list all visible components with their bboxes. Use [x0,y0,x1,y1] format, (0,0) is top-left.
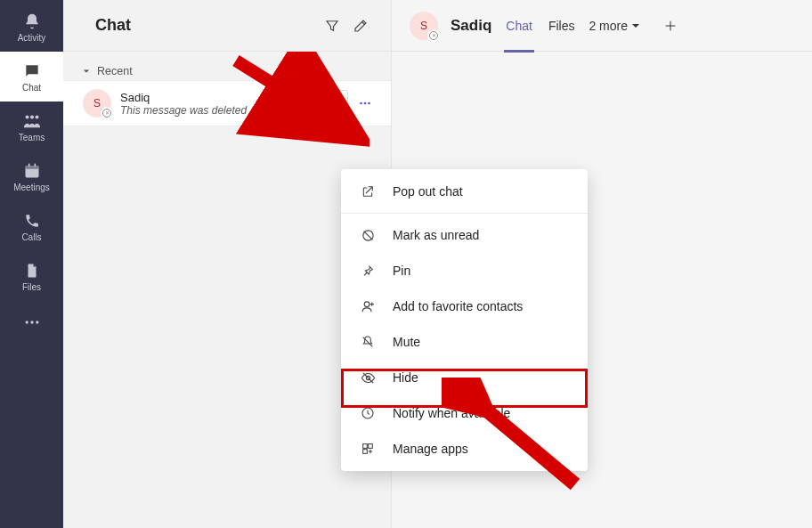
svg-line-21 [236,61,343,127]
file-icon [21,260,43,281]
apps-icon [359,442,377,456]
svg-point-15 [364,301,369,306]
chat-list-header: Chat [63,0,391,52]
rail-chat[interactable]: Chat [0,52,63,102]
menu-favorite[interactable]: Add to favorite contacts [341,288,588,324]
rail-more[interactable] [0,301,63,344]
menu-mute[interactable]: Mute [341,324,588,360]
menu-label: Pop out chat [393,184,463,199]
plus-icon [663,19,678,33]
svg-point-8 [25,321,28,323]
rail-label: Files [22,282,41,292]
rail-meetings[interactable]: Meetings [0,151,63,201]
calendar-icon [21,160,43,182]
rail-label: Meetings [13,183,50,192]
annotation-arrow [442,378,593,502]
chat-list-title: Chat [95,16,318,35]
chat-icon [21,61,43,82]
chat-content-header: S ✕ Sadiq Chat Files 2 more [392,0,812,52]
rail-activity[interactable]: Activity [0,2,63,52]
menu-label: Add to favorite contacts [393,299,523,313]
annotation-arrow [227,52,369,150]
tab-files[interactable]: Files [547,0,577,52]
pin-icon [359,264,377,278]
chat-person-name: Sadiq [451,17,491,35]
svg-point-1 [29,115,33,118]
mute-icon [359,335,377,349]
menu-label: Mute [393,335,420,349]
svg-line-22 [467,394,575,484]
tab-more-label: 2 more [589,19,628,33]
new-chat-button[interactable] [346,12,375,40]
compose-icon [353,18,369,34]
svg-point-10 [36,321,38,323]
rail-teams[interactable]: Teams [0,102,63,151]
bell-icon [21,11,43,32]
menu-separator [341,213,588,214]
chevron-down-icon [83,68,92,75]
unread-icon [359,228,377,243]
menu-label: Mark as unread [393,228,479,242]
rail-calls[interactable]: Calls [0,201,63,251]
recent-label: Recent [97,65,133,77]
menu-popout[interactable]: Pop out chat [341,174,588,209]
presence-offline-icon: ✕ [101,107,113,119]
teams-icon [21,110,43,132]
presence-offline-icon: ✕ [427,29,440,42]
svg-rect-7 [34,164,36,167]
svg-point-9 [30,321,33,323]
svg-rect-18 [363,444,368,449]
filter-button[interactable] [318,12,346,40]
avatar: S ✕ [83,89,111,118]
add-tab-button[interactable] [663,19,678,33]
rail-label: Teams [19,133,45,142]
avatar: S ✕ [410,12,438,40]
menu-label: Pin [393,264,410,278]
tab-chat[interactable]: Chat [504,0,534,52]
menu-mark-unread[interactable]: Mark as unread [341,217,588,253]
tab-more[interactable]: 2 more [589,19,640,33]
hide-icon [359,370,377,386]
avatar-initial: S [93,97,101,110]
svg-rect-6 [28,164,29,167]
rail-files[interactable]: Files [0,251,63,301]
rail-label: Activity [18,33,46,43]
menu-label: Hide [393,370,418,385]
more-icon [23,313,41,331]
chevron-down-icon [631,21,640,30]
svg-point-0 [25,115,28,118]
rail-label: Chat [22,83,41,93]
svg-point-2 [35,115,38,118]
avatar-initial: S [420,20,427,32]
clock-icon [359,406,377,420]
phone-icon [21,210,43,232]
rail-label: Calls [21,232,41,242]
popout-icon [359,184,377,199]
menu-pin[interactable]: Pin [341,253,588,288]
svg-rect-5 [25,166,38,168]
person-plus-icon [359,299,377,314]
svg-rect-19 [369,444,373,449]
app-rail: Activity Chat Teams Meetings Calls [0,0,63,528]
filter-icon [324,18,340,34]
svg-rect-20 [363,450,368,454]
